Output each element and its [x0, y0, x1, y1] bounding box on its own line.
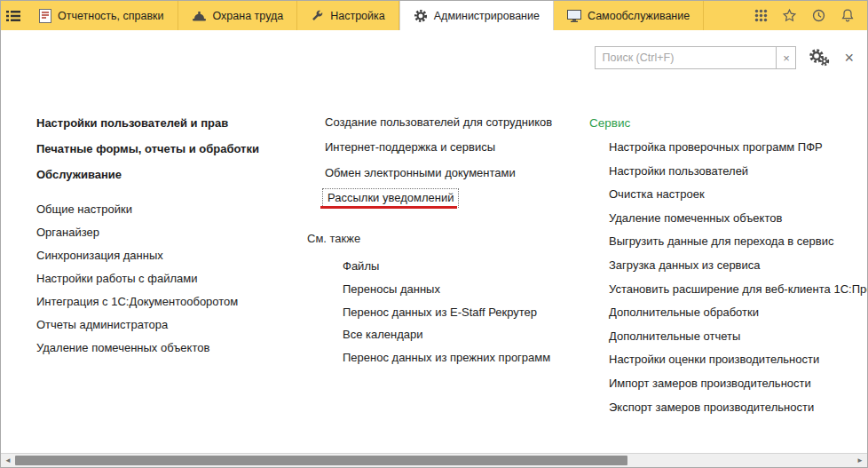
tab-label: Самообслуживание: [588, 10, 690, 22]
scroll-left-button[interactable]: ◄: [1, 456, 15, 464]
column-settings-groups: Настройки пользователей и прав Печатные …: [36, 110, 313, 360]
section-link[interactable]: Настройка проверочных программ ПФР: [589, 136, 868, 160]
tab-label: Настройка: [330, 10, 385, 22]
column-service: Сервис Настройка проверочных программ ПФ…: [589, 110, 868, 419]
main-menu-icon[interactable]: [1, 1, 26, 30]
section-tabbar: Отчетность, справки Охрана труда Настрой…: [1, 1, 867, 30]
section-link[interactable]: Загрузка данных из сервиса: [589, 254, 868, 278]
section-link[interactable]: Общие настройки: [36, 198, 313, 221]
helmet-icon: [192, 10, 207, 22]
section-link[interactable]: Перенос данных из E-Staff Рекрутер: [307, 301, 578, 324]
tab-self-service[interactable]: Самообслуживание: [554, 1, 704, 30]
page-toolbar: × ×: [595, 46, 856, 69]
search-input[interactable]: [595, 46, 777, 69]
section-link[interactable]: Создание пользователей для сотрудников: [307, 110, 578, 135]
tab-label: Администрирование: [434, 10, 540, 22]
tab-reports[interactable]: Отчетность, справки: [26, 1, 178, 30]
section-link[interactable]: Дополнительные отчеты: [589, 325, 868, 349]
section-link[interactable]: Установить расширение для веб-клиента 1С…: [589, 278, 868, 302]
report-icon: [39, 9, 51, 23]
section-link[interactable]: Синхронизация данных: [36, 244, 313, 267]
section-link[interactable]: Выгрузить данные для перехода в сервис: [589, 230, 868, 254]
section-link[interactable]: Отчеты администратора: [36, 313, 313, 337]
tab-administration[interactable]: Администрирование: [399, 1, 554, 30]
column-middle: Создание пользователей для сотрудников И…: [307, 110, 578, 369]
settings-gears-icon[interactable]: [808, 48, 831, 67]
section-link[interactable]: Очистка настроек: [589, 183, 868, 207]
bell-icon[interactable]: [840, 8, 855, 23]
section-link[interactable]: Интернет-поддержка и сервисы: [307, 135, 578, 160]
tab-label: Отчетность, справки: [58, 10, 164, 22]
scrollbar-thumb[interactable]: [15, 456, 627, 465]
history-icon[interactable]: [811, 8, 826, 23]
section-link[interactable]: Настройки пользователей: [589, 160, 868, 184]
scroll-right-button[interactable]: ►: [853, 456, 867, 464]
section-link-group[interactable]: Настройки пользователей и прав: [36, 110, 313, 136]
search-clear-button[interactable]: ×: [777, 46, 796, 69]
section-link[interactable]: Переносы данных: [307, 278, 578, 301]
section-link[interactable]: Экспорт замеров производительности: [589, 396, 868, 420]
tab-settings[interactable]: Настройка: [297, 1, 399, 30]
service-group-header: Сервис: [589, 110, 868, 136]
tabbar-right-icons: [742, 1, 867, 30]
section-link-group[interactable]: Обслуживание: [36, 162, 313, 187]
app-window: Отчетность, справки Охрана труда Настрой…: [0, 0, 868, 468]
annotation-underline: [320, 206, 457, 209]
section-link[interactable]: Обмен электронными документами: [307, 161, 578, 186]
section-page: × × Настройки пользователей и прав Печат…: [1, 30, 867, 453]
tab-label: Охрана труда: [213, 10, 284, 22]
section-link[interactable]: Дополнительные обработки: [589, 301, 868, 325]
section-link[interactable]: Файлы: [307, 255, 578, 278]
section-link-highlighted[interactable]: Рассылки уведомлений: [322, 188, 459, 208]
monitor-icon: [567, 10, 581, 22]
apps-grid-icon[interactable]: [754, 9, 768, 22]
section-link[interactable]: Настройки оценки производительности: [589, 348, 868, 372]
see-also-header: См. также: [307, 227, 578, 250]
section-link-group[interactable]: Печатные формы, отчеты и обработки: [36, 136, 313, 162]
scrollbar-track[interactable]: [15, 454, 853, 467]
search-box: ×: [595, 46, 796, 69]
section-link[interactable]: Органайзер: [36, 221, 313, 244]
wrench-icon: [311, 9, 324, 22]
section-link[interactable]: Перенос данных из прежних программ: [307, 346, 578, 369]
horizontal-scrollbar: ◄ ►: [1, 453, 867, 467]
section-link[interactable]: Настройки работы с файлами: [36, 267, 313, 290]
spacer: [36, 187, 313, 198]
section-link[interactable]: Интеграция с 1С:Документооборотом: [36, 290, 313, 313]
gear-icon: [414, 9, 428, 23]
tab-labor-safety[interactable]: Охрана труда: [178, 1, 298, 30]
section-link[interactable]: Удаление помеченных объектов: [36, 337, 313, 360]
section-link[interactable]: Импорт замеров производительности: [589, 372, 868, 396]
section-link[interactable]: Удаление помеченных объектов: [589, 207, 868, 231]
star-icon[interactable]: [782, 8, 797, 23]
close-icon[interactable]: ×: [842, 50, 856, 66]
section-link[interactable]: Все календари: [307, 323, 578, 346]
